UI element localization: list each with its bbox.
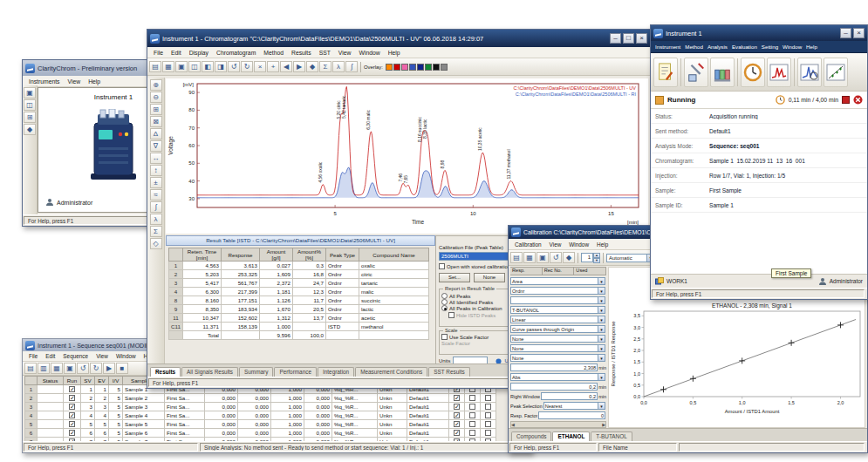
cell[interactable]: 1,000 <box>271 394 304 403</box>
logged-user[interactable]: Administrator <box>45 198 92 207</box>
sequence-row[interactable]: 3 ✓ 3 3 5 Sample 3 First Sa... 0,000 0,0… <box>25 403 496 411</box>
column-header[interactable]: Compound Name <box>359 248 429 262</box>
tab[interactable]: T-BUTANOL <box>591 431 632 441</box>
cell[interactable]: First Sa... <box>165 420 205 429</box>
column-header[interactable]: Peak Type <box>326 248 359 262</box>
instrument-illustration[interactable] <box>85 109 141 182</box>
column-header[interactable]: Used <box>574 267 606 275</box>
save-icon[interactable]: ▦ <box>523 252 536 263</box>
menu-item[interactable]: Help <box>593 241 612 248</box>
cell[interactable]: ISTD <box>326 323 359 331</box>
checkbox[interactable] <box>469 421 475 427</box>
cell[interactable]: %q_%R... <box>332 403 378 411</box>
property-control[interactable]: 2,308▾ <box>510 363 598 371</box>
checkbox[interactable] <box>485 395 491 401</box>
cell[interactable]: 24,7 <box>293 279 326 288</box>
cell[interactable]: 0,027 <box>260 262 293 270</box>
radio-icon[interactable] <box>441 293 448 299</box>
column-header[interactable]: Reten. Time[min] <box>183 248 222 262</box>
result-row[interactable]: 3 5,417 561,767 2,372 24,7 Ordnr tartari… <box>169 279 429 288</box>
check-cell[interactable]: ✓ <box>449 429 465 438</box>
cell[interactable]: 12,3 <box>293 288 326 296</box>
run-checkbox-cell[interactable]: ✓ <box>64 394 81 403</box>
menu-item[interactable]: Method <box>683 43 705 51</box>
cell[interactable]: 0,000 <box>205 420 238 429</box>
checkbox[interactable] <box>469 395 475 401</box>
property-control[interactable]: T-BUTANOL▾ <box>510 306 605 314</box>
print-icon[interactable]: ▣ <box>537 252 549 263</box>
new-sequence-icon[interactable]: ▤ <box>24 363 37 374</box>
cell[interactable]: %q_%R... <box>332 411 378 420</box>
column-header[interactable]: Amount%[%] <box>293 248 326 262</box>
zoom-out-icon[interactable]: ⊖ <box>150 92 162 103</box>
cell[interactable]: 2 <box>81 394 95 403</box>
cell[interactable]: 3,613 <box>222 262 260 270</box>
menu-item[interactable]: Help <box>804 43 819 51</box>
run-checkbox-cell[interactable]: ✓ <box>64 403 81 411</box>
cell[interactable]: 4,563 <box>183 262 222 270</box>
run-icon[interactable]: ▶ <box>103 363 115 374</box>
cell[interactable]: First Sa... <box>165 403 205 411</box>
cell[interactable]: 253,325 <box>222 270 260 279</box>
cell[interactable]: 13,7 <box>293 314 326 323</box>
result-row[interactable]: 2 5,203 253,325 1,609 16,8 Ordnr citric <box>169 270 429 279</box>
cell[interactable]: 1,000 <box>271 420 304 429</box>
result-row[interactable]: 1 4,563 3,613 0,027 0,3 Ordnr oxalic <box>169 262 429 270</box>
tab[interactable]: Summary <box>239 367 273 377</box>
hide-istd-checkbox[interactable] <box>448 312 455 318</box>
check-cell[interactable] <box>465 420 481 429</box>
chevron-down-icon[interactable]: ▾ <box>598 355 605 361</box>
configuration-icon[interactable]: ⊞ <box>24 112 36 123</box>
chevron-down-icon[interactable]: ▾ <box>598 278 605 284</box>
check-cell[interactable] <box>481 394 496 403</box>
cell[interactable]: 0,000 <box>304 429 332 438</box>
property-control[interactable]: 0,2▾ <box>541 392 598 400</box>
cell[interactable]: 8,350 <box>183 305 222 314</box>
use-scale-factor-checkbox[interactable] <box>441 334 448 340</box>
cell[interactable]: methanol <box>359 323 429 331</box>
column-header[interactable]: Resp. <box>510 267 543 275</box>
select-region-icon[interactable]: ⊠ <box>150 116 162 127</box>
cell[interactable]: 0,000 <box>205 429 238 438</box>
cell[interactable]: 1,312 <box>260 314 293 323</box>
properties-h-scrollbar[interactable]: ◀▶ <box>510 421 606 428</box>
integrate-icon[interactable]: ∫ <box>150 201 162 213</box>
menu-item[interactable]: Window <box>355 49 383 57</box>
property-control[interactable]: 0▾ <box>538 411 605 419</box>
cell[interactable]: Ordnr <box>326 288 359 296</box>
cell[interactable] <box>38 411 64 420</box>
exit-icon[interactable]: ◆ <box>24 124 36 135</box>
single-analysis-icon[interactable] <box>684 58 708 87</box>
result-row[interactable]: Total 9,596 100,0 <box>169 331 429 340</box>
checkbox[interactable] <box>469 412 475 418</box>
cell[interactable]: 20,5 <box>293 305 326 314</box>
cell[interactable]: Default1 <box>407 411 449 420</box>
cell[interactable]: 10,347 <box>183 314 222 323</box>
open-chromatogram-icon[interactable]: ▤ <box>149 61 161 72</box>
cell[interactable]: 0,000 <box>238 411 271 420</box>
row-number[interactable]: 1 <box>169 262 183 270</box>
row-number[interactable]: 1 <box>25 385 38 394</box>
valley-icon[interactable]: ∇ <box>150 140 162 152</box>
cell[interactable]: Ordnr <box>326 296 359 305</box>
property-control[interactable]: Curve passes through Origin▾ <box>510 325 605 333</box>
undo-icon[interactable]: ↺ <box>228 61 240 72</box>
cell[interactable]: 5 <box>81 420 95 429</box>
cell[interactable]: citric <box>359 270 429 279</box>
print-icon[interactable]: ▣ <box>64 363 76 374</box>
cell[interactable]: Sample 5 <box>123 420 165 429</box>
check-cell[interactable]: ✓ <box>449 411 465 420</box>
chevron-down-icon[interactable]: ▾ <box>598 297 605 303</box>
cell[interactable]: 1,000 <box>271 403 304 411</box>
undo-icon[interactable]: ↺ <box>77 363 89 374</box>
cell[interactable]: 217,399 <box>222 288 260 296</box>
cell[interactable]: Ordnr <box>326 314 359 323</box>
cell[interactable]: Default1 <box>407 420 449 429</box>
cell[interactable]: 0,000 <box>205 403 238 411</box>
overlay-color-chip[interactable] <box>401 64 408 71</box>
run-checkbox[interactable]: ✓ <box>69 430 75 436</box>
run-checkbox[interactable]: ✓ <box>69 412 75 418</box>
result-row[interactable]: 4 6,300 217,399 1,181 12,3 Ordnr malic <box>169 288 429 296</box>
cell[interactable]: 1,126 <box>260 296 293 305</box>
baseline-icon[interactable]: Δ <box>150 128 162 139</box>
